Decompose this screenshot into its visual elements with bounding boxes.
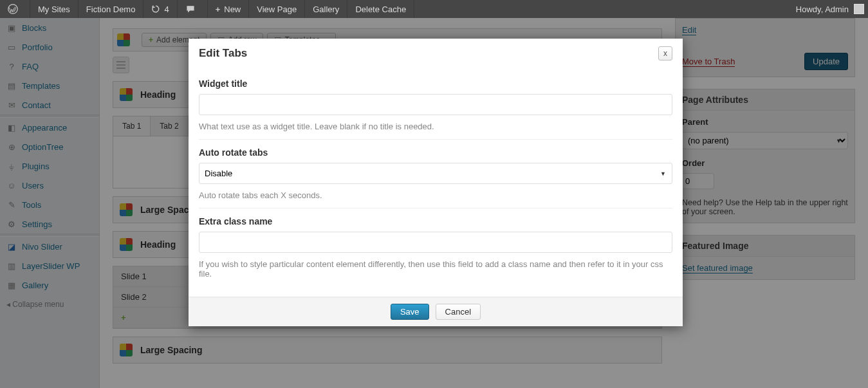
auto-rotate-help: Auto rotate tabs each X seconds. [199, 190, 672, 200]
gallery-link[interactable]: Gallery [305, 0, 347, 18]
cancel-button[interactable]: Cancel [436, 304, 481, 320]
view-page-link[interactable]: View Page [249, 0, 305, 18]
avatar [854, 4, 864, 14]
extra-class-label: Extra class name [199, 216, 672, 226]
updates-count: 4 [164, 5, 169, 14]
edit-tabs-modal: Edit Tabs x Widget title What text use a… [189, 39, 683, 326]
wordpress-icon [8, 4, 18, 14]
extra-class-help: If you wish to style particular content … [199, 259, 672, 279]
new-label: New [224, 5, 241, 14]
comment-icon [185, 4, 196, 14]
modal-close-button[interactable]: x [658, 46, 672, 60]
extra-class-input[interactable] [199, 232, 672, 253]
howdy-label: Howdy, Admin [796, 5, 849, 14]
auto-rotate-label: Auto rotate tabs [199, 147, 672, 158]
widget-title-input[interactable] [199, 94, 672, 115]
comments-menu[interactable] [178, 0, 208, 18]
refresh-icon [151, 5, 160, 14]
widget-title-help: What text use as a widget title. Leave b… [199, 122, 672, 131]
widget-title-label: Widget title [199, 79, 672, 89]
new-content-menu[interactable]: + New [208, 0, 250, 18]
wp-logo[interactable] [0, 0, 30, 18]
modal-title: Edit Tabs [199, 47, 247, 60]
auto-rotate-select[interactable]: Disable [199, 163, 672, 184]
plus-icon: + [216, 5, 221, 14]
howdy-menu[interactable]: Howdy, Admin [796, 0, 864, 18]
updates-menu[interactable]: 4 [143, 0, 177, 18]
site-name-menu[interactable]: Fiction Demo [78, 0, 144, 18]
my-sites-menu[interactable]: My Sites [30, 0, 78, 18]
delete-cache-link[interactable]: Delete Cache [347, 0, 414, 18]
save-button[interactable]: Save [391, 304, 429, 320]
admin-bar: My Sites Fiction Demo 4 + New View Page … [0, 0, 868, 18]
